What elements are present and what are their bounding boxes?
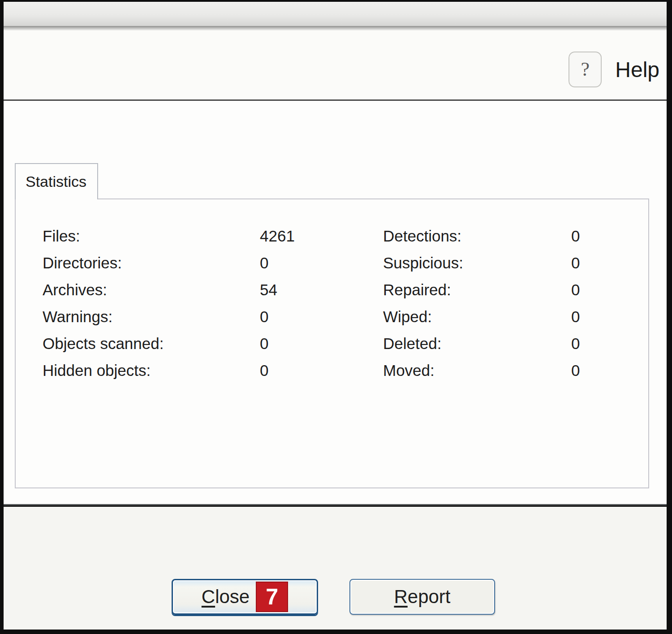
stat-label-suspicious: Suspicious: xyxy=(383,250,571,276)
stat-value-hidden-objects: 0 xyxy=(260,357,383,384)
stat-label-wiped: Wiped: xyxy=(383,303,571,330)
stat-label-hidden-objects: Hidden objects: xyxy=(43,357,260,384)
stat-label-repaired: Repaired: xyxy=(383,276,571,303)
stat-label-detections: Detections: xyxy=(383,223,571,250)
stat-value-deleted: 0 xyxy=(571,330,648,357)
statistics-grid: Files: 4261 Detections: 0 Directories: 0… xyxy=(43,223,648,384)
titlebar-shadow xyxy=(4,26,667,30)
tab-statistics-label: Statistics xyxy=(26,173,86,190)
stat-label-objects-scanned: Objects scanned: xyxy=(43,330,260,357)
stat-label-warnings: Warnings: xyxy=(43,303,260,330)
stat-value-objects-scanned: 0 xyxy=(260,330,383,357)
stat-value-wiped: 0 xyxy=(571,303,648,330)
stat-value-suspicious: 0 xyxy=(571,250,648,276)
annotation-badge-7: 7 xyxy=(256,582,288,612)
stat-label-archives: Archives: xyxy=(43,276,260,303)
help-label: Help xyxy=(615,57,659,82)
stat-label-files: Files: xyxy=(43,223,260,250)
titlebar-band xyxy=(4,2,667,26)
question-mark-icon: ? xyxy=(581,60,590,79)
stat-label-directories: Directories: xyxy=(43,250,260,276)
dialog-body: Statistics Files: 4261 Detections: 0 Dir… xyxy=(4,99,667,505)
report-button[interactable]: Report xyxy=(349,579,495,615)
stat-value-directories: 0 xyxy=(260,250,383,276)
statistics-panel: Files: 4261 Detections: 0 Directories: 0… xyxy=(15,198,649,488)
close-button[interactable]: Close 7 xyxy=(172,579,318,615)
help-button[interactable]: ? xyxy=(569,52,602,87)
help-zone: ? Help xyxy=(4,30,667,99)
stat-value-files: 4261 xyxy=(260,223,383,250)
stat-label-moved: Moved: xyxy=(383,357,571,384)
stat-label-deleted: Deleted: xyxy=(383,330,571,357)
scan-statistics-dialog: ? Help Statistics Files: 4261 Detections… xyxy=(0,0,672,634)
stat-value-detections: 0 xyxy=(571,223,648,250)
tab-statistics[interactable]: Statistics xyxy=(15,163,98,199)
stat-value-warnings: 0 xyxy=(260,303,383,330)
stat-value-archives: 54 xyxy=(260,276,383,303)
dialog-footer: Close 7 Report xyxy=(4,507,667,630)
stat-value-repaired: 0 xyxy=(571,276,648,303)
close-button-label: Close xyxy=(202,586,250,608)
stat-value-moved: 0 xyxy=(571,357,648,384)
report-button-label: Report xyxy=(394,586,450,608)
